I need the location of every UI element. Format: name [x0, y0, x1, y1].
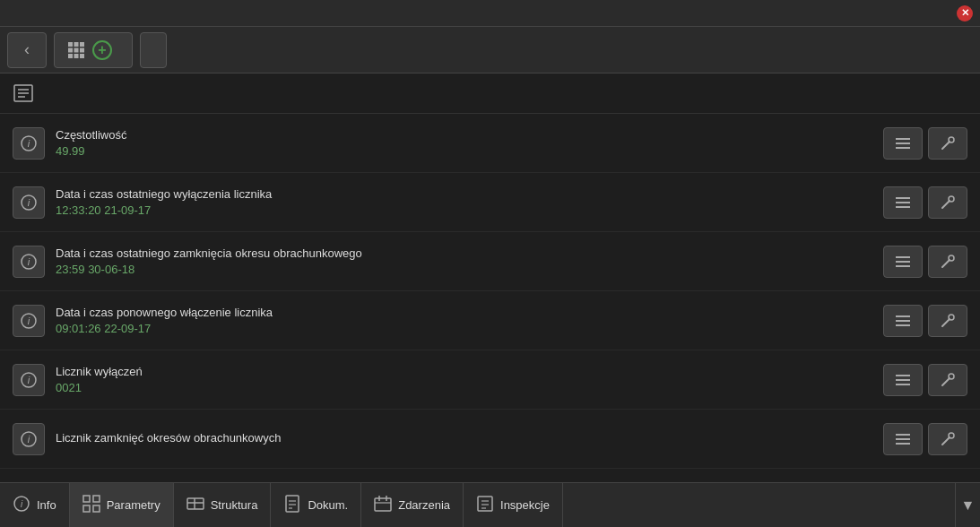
- tab-info[interactable]: i Info: [0, 483, 70, 527]
- table-row: i Częstotliwość 49.99: [0, 114, 980, 173]
- hamburger-icon: [896, 256, 910, 267]
- tab-bar: i Info Parametry Struktura Dokum. Zdarze…: [0, 482, 980, 527]
- param-text: Data i czas ponownego włączenie licznika…: [56, 306, 883, 335]
- identifier-value: [140, 32, 167, 68]
- add-identifier-button[interactable]: +: [54, 32, 133, 68]
- param-value: 23:59 30-06-18: [56, 263, 883, 276]
- tab-more-button[interactable]: ▼: [955, 483, 980, 527]
- svg-rect-50: [375, 498, 391, 511]
- svg-rect-5: [80, 48, 84, 52]
- svg-rect-1: [74, 42, 79, 47]
- param-info-button[interactable]: i: [13, 127, 45, 160]
- param-info-button[interactable]: i: [13, 246, 45, 278]
- tab-label: Inspekcje: [500, 498, 550, 512]
- param-name: Data i czas ponownego włączenie licznika: [56, 306, 883, 319]
- svg-rect-0: [68, 42, 73, 47]
- svg-text:i: i: [28, 434, 30, 445]
- svg-point-28: [949, 315, 954, 320]
- table-row: i Licznik zamknięć okresów obrachunkowyc…: [0, 410, 980, 469]
- svg-rect-6: [68, 54, 73, 58]
- svg-rect-40: [93, 496, 100, 502]
- close-button[interactable]: ✕: [957, 5, 973, 22]
- param-actions: [883, 364, 967, 396]
- param-actions: [883, 246, 967, 278]
- param-text: Data i czas ostatniego wyłączenia liczni…: [56, 187, 883, 217]
- table-row: i Data i czas ostatniego wyłączenia licz…: [0, 173, 980, 232]
- add-circle-icon: +: [92, 40, 112, 60]
- svg-point-32: [949, 374, 954, 379]
- param-menu-button[interactable]: [883, 127, 923, 160]
- svg-line-23: [942, 260, 950, 267]
- param-name: Licznik zamknięć okresów obrachunkowych: [56, 431, 883, 445]
- param-menu-button[interactable]: [883, 246, 923, 278]
- tab-icon: [374, 495, 392, 516]
- tab-icon: [283, 495, 301, 516]
- svg-text:i: i: [28, 197, 30, 208]
- grid-icon: [67, 41, 85, 59]
- param-edit-button[interactable]: [928, 127, 967, 160]
- param-menu-button[interactable]: [883, 305, 923, 337]
- svg-line-27: [942, 319, 950, 326]
- param-value: 12:33:20 21-09-17: [56, 203, 883, 217]
- tab-icon: i: [13, 495, 30, 516]
- svg-rect-43: [187, 498, 204, 509]
- param-text: Licznik wyłączeń 0021: [56, 365, 883, 394]
- param-menu-button[interactable]: [883, 186, 923, 219]
- table-row: i Licznik wyłączeń 0021: [0, 350, 980, 410]
- param-actions: [883, 305, 967, 337]
- param-value: 0021: [56, 381, 883, 394]
- wrench-icon: [940, 135, 956, 151]
- wrench-icon: [940, 313, 956, 329]
- svg-rect-39: [83, 496, 90, 502]
- param-edit-button[interactable]: [928, 305, 967, 337]
- param-info-button[interactable]: i: [13, 423, 45, 455]
- param-info-button[interactable]: i: [13, 305, 45, 337]
- back-button[interactable]: ‹: [7, 32, 47, 68]
- parameter-list: i Częstotliwość 49.99 i: [0, 114, 980, 469]
- svg-rect-8: [80, 54, 84, 58]
- param-menu-button[interactable]: [883, 423, 923, 455]
- main-content: i Częstotliwość 49.99 i: [0, 73, 980, 482]
- param-actions: [883, 423, 967, 455]
- svg-line-19: [942, 201, 950, 208]
- param-actions: [883, 186, 967, 219]
- param-info-button[interactable]: i: [13, 186, 45, 219]
- param-text: Częstotliwość 49.99: [56, 128, 883, 158]
- tab-icon: [82, 495, 100, 516]
- param-name: Licznik wyłączeń: [56, 365, 883, 378]
- svg-rect-3: [68, 48, 73, 52]
- svg-point-16: [949, 137, 954, 143]
- param-info-button[interactable]: i: [13, 364, 45, 396]
- tab-label: Zdarzenia: [398, 498, 450, 512]
- section-header: [0, 73, 980, 114]
- hamburger-icon: [896, 434, 910, 445]
- tab-dokum.[interactable]: Dokum.: [271, 483, 361, 527]
- hamburger-icon: [896, 375, 910, 385]
- param-text: Data i czas ostatniego zamknięcia okresu…: [56, 246, 883, 276]
- param-value: 49.99: [56, 144, 883, 158]
- wrench-icon: [940, 254, 956, 270]
- tabs-container: i Info Parametry Struktura Dokum. Zdarze…: [0, 483, 955, 527]
- hamburger-icon: [896, 138, 910, 149]
- back-icon: ‹: [24, 40, 30, 59]
- param-text: Licznik zamknięć okresów obrachunkowych: [56, 431, 883, 447]
- tab-inspekcje[interactable]: Inspekcje: [464, 483, 563, 527]
- svg-rect-41: [83, 505, 90, 512]
- tab-zdarzenia[interactable]: Zdarzenia: [361, 483, 464, 527]
- svg-text:i: i: [28, 375, 30, 385]
- tab-icon: [476, 495, 494, 516]
- tab-label: Struktura: [211, 498, 258, 512]
- param-edit-button[interactable]: [928, 364, 967, 396]
- param-menu-button[interactable]: [883, 364, 923, 396]
- param-edit-button[interactable]: [928, 186, 967, 219]
- svg-point-24: [949, 255, 954, 261]
- param-edit-button[interactable]: [928, 423, 967, 455]
- svg-text:i: i: [28, 256, 30, 267]
- param-edit-button[interactable]: [928, 246, 967, 278]
- param-name: Częstotliwość: [56, 128, 883, 142]
- tab-parametry[interactable]: Parametry: [70, 483, 174, 527]
- wrench-icon: [940, 194, 956, 211]
- tab-struktura[interactable]: Struktura: [174, 483, 272, 527]
- svg-text:i: i: [21, 499, 23, 509]
- param-actions: [883, 127, 967, 160]
